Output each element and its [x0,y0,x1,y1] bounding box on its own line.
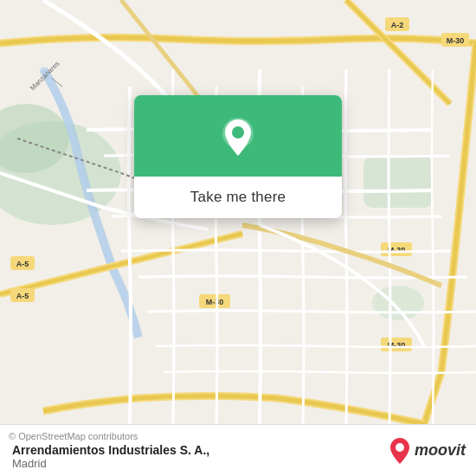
svg-point-22 [396,443,404,452]
take-me-there-button[interactable]: Take me there [134,177,342,218]
map-container: M-30 M-30 M-30 A-5 A-5 A-2 M-30 [0,0,476,424]
place-info: © OpenStreetMap contributors Arrendamien… [9,431,209,470]
bottom-bar: © OpenStreetMap contributors Arrendamien… [0,424,476,476]
location-pin-icon [215,114,261,161]
svg-point-21 [232,126,244,138]
moovit-logo: moovit [389,437,466,465]
moovit-brand-text: moovit [415,441,466,460]
place-name: Arrendamientos Industriales S. A., [12,443,209,457]
location-card: Take me there [134,95,342,218]
svg-rect-3 [363,156,433,208]
svg-text:A-5: A-5 [16,260,29,268]
map-attribution: © OpenStreetMap contributors [9,431,209,441]
svg-text:M-30: M-30 [206,298,224,306]
place-city: Madrid [12,457,47,470]
svg-text:M-30: M-30 [447,36,465,45]
moovit-pin-icon [389,437,411,465]
location-info: Arrendamientos Industriales S. A., Madri… [12,443,209,470]
svg-text:A-2: A-2 [391,21,404,29]
svg-text:A-5: A-5 [16,292,29,300]
card-header [134,95,342,177]
